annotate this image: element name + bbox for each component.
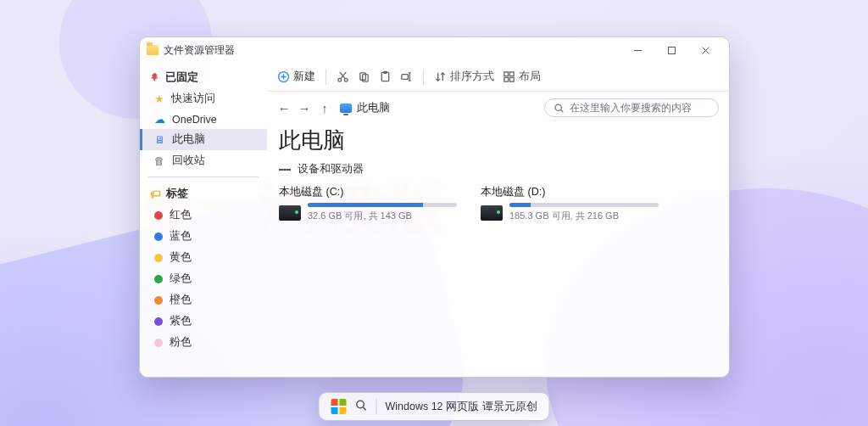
page-title: 此电脑 — [267, 124, 729, 162]
svg-rect-1 — [668, 47, 675, 53]
svg-rect-22 — [509, 72, 514, 76]
sidebar-item-recyclebin[interactable]: 🗑 回收站 — [140, 150, 267, 171]
sidebar-item-label: OneDrive — [172, 114, 217, 126]
desktop: 一淘模版 文件资源管理器 已固定 ★ 快速访问 ☁ — [0, 0, 868, 426]
taskbar[interactable]: Windows 12 网页版 谭景元原创 — [318, 392, 549, 421]
search-box[interactable] — [544, 98, 719, 117]
sidebar-item-thispc[interactable]: 🖥 此电脑 — [140, 129, 267, 150]
drive-capacity-bar — [308, 203, 457, 207]
svg-point-27 — [357, 401, 364, 407]
drive-item-c[interactable]: 本地磁盘 (C:) 32.6 GB 可用, 共 143 GB — [279, 185, 457, 222]
section-devices[interactable]: 设备和驱动器 — [267, 162, 729, 182]
new-button[interactable]: 新建 — [277, 70, 315, 84]
sort-icon — [434, 70, 447, 83]
sidebar-item-label: 紫色 — [170, 314, 192, 328]
sidebar-tag-blue[interactable]: 蓝色 — [140, 226, 267, 247]
layout-button[interactable]: 布局 — [503, 70, 541, 84]
sidebar-item-label: 绿色 — [170, 272, 192, 286]
sidebar-tag-purple[interactable]: 紫色 — [140, 311, 267, 332]
svg-rect-23 — [504, 77, 509, 81]
taskbar-search-button[interactable] — [354, 399, 367, 414]
search-input[interactable] — [570, 102, 709, 114]
sidebar-item-quickaccess[interactable]: ★ 快速访问 — [140, 88, 267, 109]
drive-subtext: 185.3 GB 可用, 共 216 GB — [509, 210, 659, 222]
sidebar-group-pinned: 已固定 — [140, 66, 267, 88]
color-dot-icon — [154, 275, 163, 283]
svg-rect-21 — [504, 72, 509, 76]
monitor-icon — [340, 104, 352, 113]
paste-icon[interactable] — [379, 70, 392, 83]
color-dot-icon — [154, 339, 163, 347]
search-icon — [554, 103, 565, 114]
plus-circle-icon — [277, 70, 290, 83]
explorer-window: 文件资源管理器 已固定 ★ 快速访问 ☁ OneDrive — [139, 36, 730, 378]
copy-icon[interactable] — [358, 70, 370, 83]
sidebar-item-label: 蓝色 — [170, 229, 192, 244]
rename-icon[interactable] — [400, 70, 413, 83]
sort-button[interactable]: 排序方式 — [434, 70, 494, 84]
drive-label: 本地磁盘 (C:) — [279, 185, 457, 199]
nav-forward-button[interactable]: → — [298, 101, 311, 115]
drive-capacity-fill — [509, 203, 531, 207]
sidebar-item-onedrive[interactable]: ☁ OneDrive — [140, 109, 267, 129]
sidebar-tag-red[interactable]: 红色 — [140, 205, 267, 226]
drives-list: 本地磁盘 (C:) 32.6 GB 可用, 共 143 GB 本地磁盘 (D:) — [267, 182, 729, 226]
svg-rect-24 — [509, 77, 514, 81]
tag-icon: 🏷 — [150, 188, 161, 200]
folder-icon — [147, 45, 159, 55]
drive-label: 本地磁盘 (D:) — [481, 185, 659, 199]
sidebar-item-label: 此电脑 — [172, 132, 205, 147]
sidebar-tag-yellow[interactable]: 黄色 — [140, 247, 267, 268]
grid-icon — [503, 70, 515, 83]
sidebar-tag-pink[interactable]: 粉色 — [140, 332, 267, 353]
toolbar: 新建 排序方式 布局 — [267, 63, 729, 92]
sidebar-item-label: 橙色 — [170, 293, 192, 307]
taskbar-separator — [376, 399, 376, 414]
svg-line-9 — [341, 72, 347, 79]
svg-line-10 — [340, 72, 346, 79]
toolbar-separator — [326, 70, 326, 85]
color-dot-icon — [154, 317, 163, 326]
sidebar-item-label: 粉色 — [170, 335, 192, 350]
sidebar-item-label: 黄色 — [170, 250, 192, 265]
drive-icon — [279, 205, 301, 221]
drive-capacity-fill — [308, 203, 423, 207]
window-title: 文件资源管理器 — [164, 43, 235, 58]
drive-capacity-bar — [509, 203, 659, 207]
star-icon: ★ — [154, 92, 164, 105]
drive-subtext: 32.6 GB 可用, 共 143 GB — [308, 210, 457, 222]
nav-search-row: ← → ↑ 此电脑 — [267, 92, 729, 124]
minimize-button[interactable] — [620, 37, 654, 63]
nav-back-button[interactable]: ← — [277, 101, 291, 115]
sidebar-group-tags: 🏷 标签 — [140, 182, 267, 205]
sidebar: 已固定 ★ 快速访问 ☁ OneDrive 🖥 此电脑 🗑 回收站 — [140, 63, 267, 377]
cut-icon[interactable] — [337, 70, 349, 83]
sidebar-item-label: 快速访问 — [171, 92, 215, 106]
color-dot-icon — [154, 254, 163, 262]
toolbar-separator — [423, 70, 424, 85]
start-button[interactable] — [331, 399, 346, 414]
close-button[interactable] — [688, 37, 722, 63]
color-dot-icon — [154, 296, 163, 305]
sidebar-item-label: 红色 — [170, 208, 192, 222]
sidebar-divider — [148, 177, 259, 177]
sidebar-tag-orange[interactable]: 橙色 — [140, 289, 267, 311]
color-dot-icon — [154, 211, 163, 220]
cloud-icon: ☁ — [154, 113, 165, 126]
breadcrumb-label: 此电脑 — [357, 100, 390, 115]
sidebar-tag-green[interactable]: 绿色 — [140, 268, 267, 289]
monitor-icon: 🖥 — [154, 134, 165, 146]
taskbar-caption: Windows 12 网页版 谭景元原创 — [385, 400, 537, 414]
breadcrumb[interactable]: 此电脑 — [340, 100, 390, 115]
svg-line-26 — [561, 109, 564, 112]
pin-icon — [150, 72, 160, 82]
titlebar[interactable]: 文件资源管理器 — [140, 37, 729, 63]
collapse-icon — [279, 169, 291, 171]
svg-rect-15 — [402, 75, 409, 80]
nav-up-button[interactable]: ↑ — [318, 101, 331, 115]
maximize-button[interactable] — [654, 37, 688, 63]
trash-icon: 🗑 — [154, 155, 165, 167]
sidebar-item-label: 回收站 — [172, 154, 205, 168]
drive-icon — [481, 205, 503, 221]
drive-item-d[interactable]: 本地磁盘 (D:) 185.3 GB 可用, 共 216 GB — [481, 185, 659, 222]
